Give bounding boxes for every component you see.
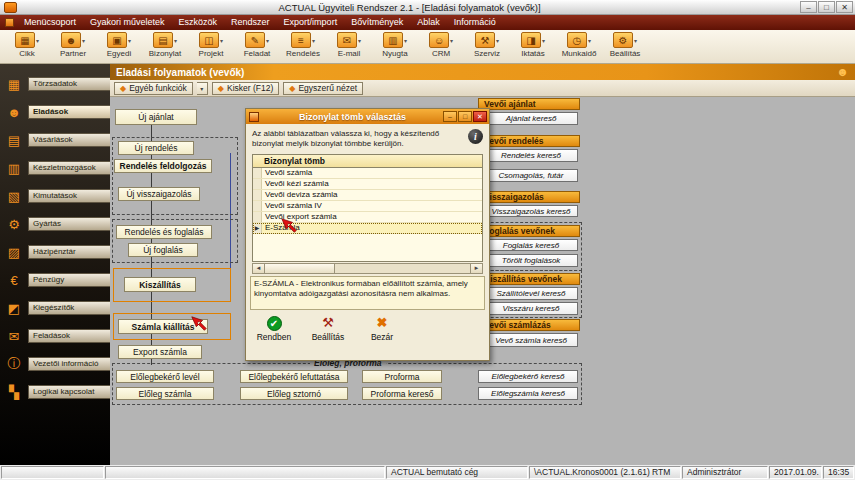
- flow-button-uj-foglalas[interactable]: Új foglalás: [128, 243, 198, 257]
- toolbar-iktatas[interactable]: ◨▾ Iktatás: [510, 31, 556, 63]
- toolbar-cikk[interactable]: ▦▾ Cikk: [4, 31, 50, 63]
- menu-item-gyakori-muveletek[interactable]: Gyakori műveletek: [83, 15, 172, 30]
- toolbar-nyugta[interactable]: ▥▾ Nyugta: [372, 31, 418, 63]
- sidebar-item-torzsadatok[interactable]: ▦Törzsadatok: [0, 70, 110, 98]
- grid-icon: ▥: [0, 161, 28, 176]
- toolbar-szerviz[interactable]: ⚒▾ Szerviz: [464, 31, 510, 63]
- horizontal-scrollbar[interactable]: ◄ ►: [252, 263, 483, 274]
- button-torolt-foglalasok[interactable]: Törölt foglalások: [484, 254, 578, 267]
- toolbar-crm[interactable]: ☺▾ CRM: [418, 31, 464, 63]
- kisker-button[interactable]: ◆Kisker (F12): [212, 82, 279, 95]
- flow-button-export-szamla[interactable]: Export számla: [118, 345, 202, 359]
- toolbar-egyedi[interactable]: ▣▾ Egyedi: [96, 31, 142, 63]
- flow-button-uj-rendeles[interactable]: Új rendelés: [118, 141, 194, 155]
- menu-item-menucsoport[interactable]: Menücsoport: [17, 15, 83, 30]
- toolbar-bizonylat[interactable]: ▤▾ Bizonylat: [142, 31, 188, 63]
- flow-button-elolegbekero-lefuttatasa[interactable]: Előlegbekérő lefuttatása: [240, 370, 348, 383]
- sidebar-item-eladasok[interactable]: ☻Eladások: [0, 98, 110, 126]
- egyszeru-nezet-button[interactable]: ◆Egyszerű nézet: [283, 82, 363, 95]
- chevron-down-icon[interactable]: ▾: [588, 37, 591, 44]
- flow-button-eloleg-sztorno[interactable]: Előleg sztornó: [240, 387, 348, 400]
- button-elolegszamla-kereso[interactable]: Előlegszámla kereső: [478, 387, 578, 400]
- menu-item-informacio[interactable]: Információ: [447, 15, 503, 30]
- minimize-button[interactable]: –: [800, 1, 817, 13]
- sidebar-item-kimutatasok[interactable]: ▧Kimutatások: [0, 182, 110, 210]
- scroll-left-icon[interactable]: ◄: [253, 264, 265, 273]
- toolbar-partner[interactable]: ☻▾ Partner: [50, 31, 96, 63]
- status-version: \ACTUAL.Kronos0001 (2.1.61) RTM: [529, 466, 681, 479]
- chevron-down-icon[interactable]: ▾: [82, 37, 85, 44]
- chevron-down-icon[interactable]: ▾: [634, 37, 637, 44]
- chevron-down-icon[interactable]: ▾: [404, 37, 407, 44]
- sidebar-item-vasarlasok[interactable]: ▤Vásárlások: [0, 126, 110, 154]
- dialog-close-button[interactable]: ✕: [473, 111, 487, 122]
- sidebar-item-vezetoi-informacio[interactable]: ⓘVezetői információ: [0, 350, 110, 378]
- button-elolegbekero-kereso[interactable]: Előlegbekérő kereső: [478, 370, 578, 383]
- button-visszaru-kereso[interactable]: Visszáru kereső: [484, 302, 578, 315]
- info-icon: ⓘ: [0, 355, 28, 373]
- table-row-vevoi-deviza-szamla[interactable]: Vevői deviza számla: [253, 190, 482, 201]
- chevron-down-icon[interactable]: ▾: [266, 37, 269, 44]
- chevron-down-icon[interactable]: ▾: [450, 37, 453, 44]
- dialog-titlebar[interactable]: Bizonylat tömb választás – □ ✕: [246, 109, 489, 124]
- beallitas-button[interactable]: ⚒ Beállítás: [304, 316, 352, 342]
- flow-button-kiszallitas[interactable]: Kiszállítás: [124, 277, 196, 292]
- egyeb-funkciok-dropdown[interactable]: ▾: [197, 82, 208, 95]
- button-foglalas-kereso[interactable]: Foglalás kereső: [484, 239, 578, 251]
- button-szallitolevel-kereso[interactable]: Szállítólevél kereső: [484, 287, 578, 300]
- page-title: Eladási folyamatok (vevők): [116, 67, 244, 78]
- toolbar-munkaido[interactable]: ◷▾ Munkaidő: [556, 31, 602, 63]
- dialog-minimize-button[interactable]: –: [443, 111, 457, 122]
- scroll-right-icon[interactable]: ►: [470, 264, 482, 273]
- toolbar-rendeles[interactable]: ≡▾ Rendelés: [280, 31, 326, 63]
- flowchart-area: Előleg, proforma Új ajánlat Új rendelés …: [110, 97, 855, 465]
- table-row-vevoi-szamla[interactable]: Vevői számla: [253, 168, 482, 179]
- close-button[interactable]: ✕: [836, 1, 853, 13]
- sidebar-item-feladasok[interactable]: ✉Feladások: [0, 322, 110, 350]
- toolbar-projekt[interactable]: ◫▾ Projekt: [188, 31, 234, 63]
- flow-button-elolegbekero-level[interactable]: Előlegbekérő levél: [116, 370, 214, 383]
- maximize-button[interactable]: □: [818, 1, 835, 13]
- rendben-button[interactable]: ✔ Rendben: [250, 316, 298, 342]
- button-visszaigazolas-kereso[interactable]: Visszaigazolás kereső: [484, 205, 578, 217]
- sidebar-item-keszletmozgasok[interactable]: ▥Készletmozgások: [0, 154, 110, 182]
- toolbar-feladat[interactable]: ✎▾ Feladat: [234, 31, 280, 63]
- menu-item-ablak[interactable]: Ablak: [410, 15, 447, 30]
- button-csomagolas-futar[interactable]: Csomagolás, futár: [484, 169, 578, 182]
- flow-button-rendeles-feldolgozas[interactable]: Rendelés feldolgozás: [114, 159, 212, 173]
- flow-button-uj-ajanlat[interactable]: Új ajánlat: [115, 109, 197, 125]
- chevron-down-icon[interactable]: ▾: [128, 37, 131, 44]
- sidebar-item-hazipenztar[interactable]: ▨Házipénztár: [0, 238, 110, 266]
- sidebar-item-gyartas[interactable]: ⚙Gyártás: [0, 210, 110, 238]
- menu-item-rendszer[interactable]: Rendszer: [224, 15, 277, 30]
- scrollbar-thumb[interactable]: [265, 264, 335, 273]
- toolbar-beallitas[interactable]: ⚙▾ Beállítás: [602, 31, 648, 63]
- sidebar-item-penzugy[interactable]: €Pénzügy: [0, 266, 110, 294]
- flow-button-uj-visszaigazolas[interactable]: Új visszaigazolás: [118, 187, 200, 201]
- chevron-down-icon[interactable]: ▾: [174, 37, 177, 44]
- flow-button-proforma-kereso[interactable]: Proforma kereső: [362, 387, 442, 400]
- dialog-maximize-button[interactable]: □: [458, 111, 472, 122]
- sidebar-item-logikai-kapcsolat[interactable]: ▚Logikai kapcsolat: [0, 378, 110, 406]
- flow-button-eloleg-szamla[interactable]: Előleg számla: [116, 387, 214, 400]
- flow-button-rendeles-es-foglalas[interactable]: Rendelés és foglalás: [116, 225, 212, 239]
- table-row-vevoi-szamla-iv[interactable]: Vevői számla IV: [253, 201, 482, 212]
- egyeb-funkciok-button[interactable]: ◆Egyéb funkciók: [114, 82, 193, 95]
- flow-button-proforma[interactable]: Proforma: [362, 370, 442, 383]
- chevron-down-icon[interactable]: ▾: [220, 37, 223, 44]
- bezar-button[interactable]: ✖ Bezár: [358, 316, 406, 342]
- chevron-down-icon[interactable]: ▾: [358, 37, 361, 44]
- button-ajanlat-kereso[interactable]: Ajánlat kereső: [484, 112, 578, 125]
- toolbar-email[interactable]: ✉▾ E-mail: [326, 31, 372, 63]
- menu-item-export-import[interactable]: Export/import: [277, 15, 345, 30]
- chevron-down-icon[interactable]: ▾: [542, 37, 545, 44]
- chevron-down-icon[interactable]: ▾: [312, 37, 315, 44]
- button-rendeles-kereso[interactable]: Rendelés kereső: [484, 149, 578, 162]
- menu-item-eszkozok[interactable]: Eszközök: [172, 15, 225, 30]
- table-row-vevoi-kezi-szamla[interactable]: Vevői kézi számla: [253, 179, 482, 190]
- button-vevo-szamla-kereso[interactable]: Vevő számla kereső: [484, 333, 578, 347]
- sidebar-item-kiegeszitok[interactable]: ◩Kiegészítők: [0, 294, 110, 322]
- chevron-down-icon[interactable]: ▾: [36, 37, 39, 44]
- menu-item-bovitmenyek[interactable]: Bővítmények: [344, 15, 410, 30]
- chevron-down-icon[interactable]: ▾: [496, 37, 499, 44]
